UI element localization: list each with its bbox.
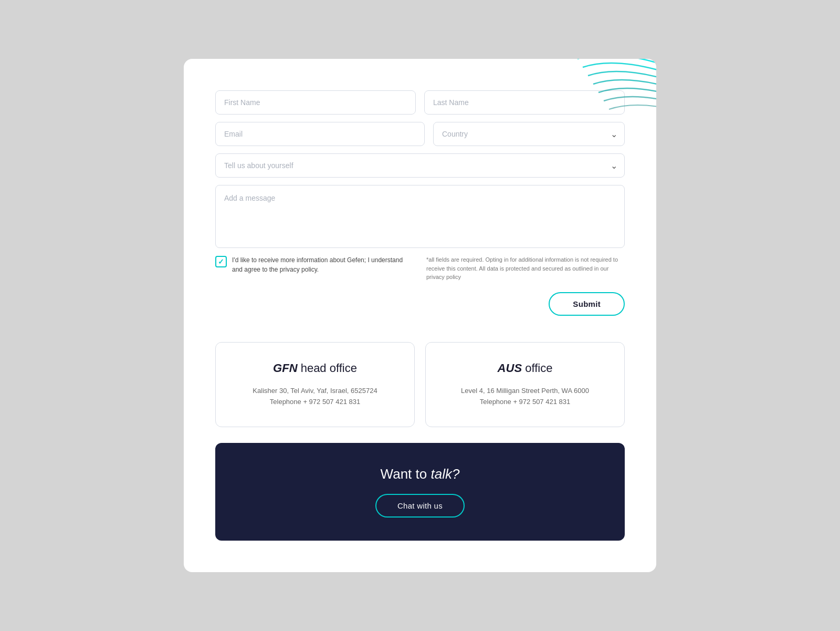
- email-country-row: Country United States Australia Israel U…: [215, 122, 625, 146]
- email-input[interactable]: [215, 122, 425, 146]
- check-icon: ✓: [218, 257, 224, 266]
- first-name-input[interactable]: [215, 90, 416, 115]
- last-name-input[interactable]: [424, 90, 625, 115]
- chat-with-us-button[interactable]: Chat with us: [375, 494, 465, 518]
- message-row: [215, 185, 625, 248]
- aus-office-card: AUS office Level 4, 16 Milligan Street P…: [425, 342, 625, 427]
- tell-us-row: Tell us about yourself Individual Compan…: [215, 153, 625, 178]
- country-select[interactable]: Country United States Australia Israel U…: [433, 122, 625, 146]
- tell-us-wrapper: Tell us about yourself Individual Compan…: [215, 153, 625, 178]
- privacy-note: *all fields are required. Opting in for …: [426, 255, 625, 282]
- tell-us-select[interactable]: Tell us about yourself Individual Compan…: [215, 153, 625, 178]
- consent-checkbox[interactable]: ✓: [215, 256, 227, 267]
- aus-office-telephone: Telephone + 972 507 421 831: [438, 397, 612, 408]
- contact-form: Country United States Australia Israel U…: [215, 90, 625, 316]
- chat-banner-heading: Want to talk?: [228, 466, 612, 482]
- gfn-office-telephone: Telephone + 972 507 421 831: [228, 397, 402, 408]
- submit-row: Submit: [215, 292, 625, 316]
- consent-row: ✓ I'd like to receive more information a…: [215, 255, 625, 282]
- gfn-office-card: GFN head office Kalisher 30, Tel Aviv, Y…: [215, 342, 415, 427]
- offices-section: GFN head office Kalisher 30, Tel Aviv, Y…: [215, 342, 625, 427]
- checkbox-group: ✓ I'd like to receive more information a…: [215, 255, 414, 274]
- submit-button[interactable]: Submit: [549, 292, 625, 316]
- message-textarea[interactable]: [215, 185, 625, 248]
- aus-office-title: AUS office: [438, 361, 612, 375]
- contact-card: Country United States Australia Israel U…: [184, 59, 656, 572]
- aus-office-address: Level 4, 16 Milligan Street Perth, WA 60…: [438, 386, 612, 397]
- country-wrapper: Country United States Australia Israel U…: [433, 122, 625, 146]
- consent-label: I'd like to receive more information abo…: [232, 255, 414, 274]
- page-wrapper: Country United States Australia Israel U…: [0, 0, 840, 631]
- name-row: [215, 90, 625, 115]
- chat-banner: Want to talk? Chat with us: [215, 443, 625, 541]
- gfn-office-title: GFN head office: [228, 361, 402, 375]
- gfn-office-address: Kalisher 30, Tel Aviv, Yaf, Israel, 6525…: [228, 386, 402, 397]
